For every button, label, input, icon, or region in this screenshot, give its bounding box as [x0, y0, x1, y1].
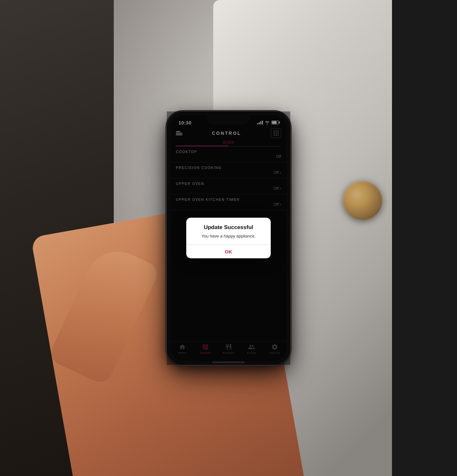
bg-oven-knob — [343, 181, 382, 220]
phone-screen: 10:30 — [171, 115, 286, 361]
modal-actions: OK — [186, 245, 271, 258]
modal-box: Update Successful You have a happy appli… — [186, 218, 271, 258]
controls-list: COOKTOP Off PRECISION COOKING Off › UPPE… — [171, 147, 286, 341]
modal-message: You have a happy appliance. — [193, 233, 264, 239]
phone-device: 10:30 — [167, 111, 290, 365]
modal-content: Update Successful You have a happy appli… — [186, 218, 271, 244]
modal-ok-button[interactable]: OK — [186, 245, 271, 258]
bg-dark-panel — [392, 0, 457, 476]
phone-wrapper: 10:30 — [167, 111, 290, 365]
modal-title: Update Successful — [193, 224, 264, 231]
modal-overlay: Update Successful You have a happy appli… — [171, 147, 286, 341]
